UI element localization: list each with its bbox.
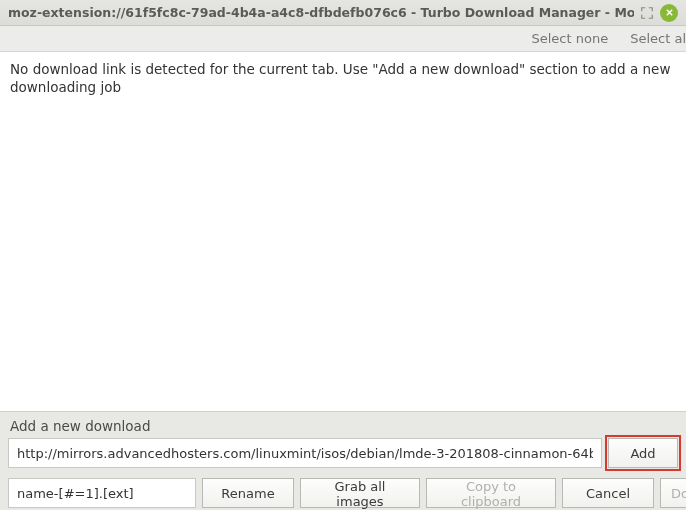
- cancel-button[interactable]: Cancel: [562, 478, 654, 508]
- close-button[interactable]: [660, 4, 678, 22]
- add-download-section: Add a new download Add: [0, 412, 686, 472]
- select-none-link[interactable]: Select none: [532, 31, 609, 46]
- empty-state-message: No download link is detected for the cur…: [10, 60, 676, 96]
- download-list-area: No download link is detected for the cur…: [0, 52, 686, 412]
- app-body: Select none Select al No download link i…: [0, 26, 686, 510]
- download-url-input[interactable]: [8, 438, 602, 468]
- add-download-label: Add a new download: [8, 418, 678, 434]
- window-title: moz-extension://61f5fc8c-79ad-4b4a-a4c8-…: [8, 5, 634, 20]
- select-all-link[interactable]: Select al: [630, 31, 686, 46]
- selection-toolbar: Select none Select al: [0, 26, 686, 52]
- expand-icon[interactable]: [640, 6, 654, 20]
- bottom-toolbar: Rename Grab all images Copy to clipboard…: [0, 472, 686, 510]
- rename-pattern-input[interactable]: [8, 478, 196, 508]
- download-button[interactable]: Do: [660, 478, 686, 508]
- copy-clipboard-button[interactable]: Copy to clipboard: [426, 478, 556, 508]
- grab-images-button[interactable]: Grab all images: [300, 478, 420, 508]
- window-titlebar: moz-extension://61f5fc8c-79ad-4b4a-a4c8-…: [0, 0, 686, 26]
- rename-button[interactable]: Rename: [202, 478, 294, 508]
- add-button[interactable]: Add: [608, 438, 678, 468]
